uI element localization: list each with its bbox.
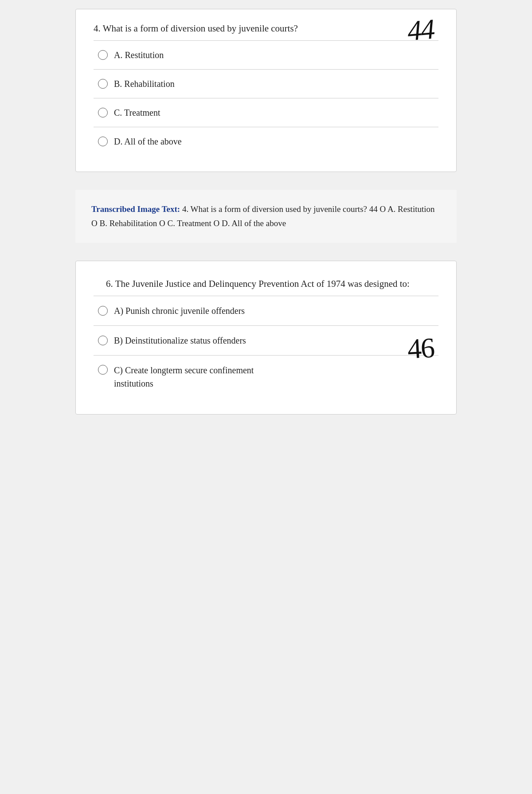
question-6-card: 6. The Juvenile Justice and Delinquency … <box>75 261 457 415</box>
option-6-c-row[interactable]: C) Create longterm secure confinement in… <box>94 356 438 398</box>
question-6-body: The Juvenile Justice and Delinquency Pre… <box>115 278 410 289</box>
option-4-c-row[interactable]: C. Treatment <box>94 98 438 127</box>
transcribed-text: Transcribed Image Text: 4. What is a for… <box>91 202 441 231</box>
transcribed-box: Transcribed Image Text: 4. What is a for… <box>75 190 457 243</box>
option-4-d-label: D. All of the above <box>114 135 182 148</box>
option-4-a-row[interactable]: A. Restitution <box>94 41 438 69</box>
option-4-b-label: B. Rehabilitation <box>114 78 175 90</box>
question-6-number: 6. <box>106 278 113 289</box>
transcribed-label: Transcribed Image Text: <box>91 204 180 214</box>
question-4-body: What is a form of diversion used by juve… <box>103 23 298 34</box>
option-4-d-row[interactable]: D. All of the above <box>94 127 438 156</box>
radio-6-a[interactable] <box>98 306 108 316</box>
option-6-a-label: A) Punish chronic juvenile offenders <box>114 304 245 317</box>
question-4-number: 4. <box>94 23 101 34</box>
handwritten-44: 44 <box>406 13 435 48</box>
option-6-c-label: C) Create longterm secure confinement in… <box>114 364 254 390</box>
radio-6-c[interactable] <box>98 365 108 375</box>
option-6-b-label: B) Deinstitutionalize status offenders <box>114 334 246 347</box>
radio-4-c[interactable] <box>98 108 108 117</box>
handwritten-46: 46 <box>407 332 435 366</box>
radio-4-d[interactable] <box>98 137 108 146</box>
question-4-card: 4. What is a form of diversion used by j… <box>75 9 457 172</box>
option-6-c-line1: C) Create longterm secure confinement <box>114 365 254 375</box>
option-6-c-line2: institutions <box>114 379 153 388</box>
question-6-text: 6. The Juvenile Justice and Delinquency … <box>94 277 438 291</box>
option-6-a-row[interactable]: A) Punish chronic juvenile offenders <box>94 296 438 325</box>
radio-4-a[interactable] <box>98 50 108 60</box>
question-4-text: 4. What is a form of diversion used by j… <box>94 22 438 36</box>
option-4-c-label: C. Treatment <box>114 106 160 119</box>
page-container: 4. What is a form of diversion used by j… <box>75 9 457 415</box>
option-4-a-label: A. Restitution <box>114 49 164 61</box>
option-6-b-row[interactable]: B) Deinstitutionalize status offenders <box>94 326 438 355</box>
option-4-b-row[interactable]: B. Rehabilitation <box>94 70 438 98</box>
radio-6-b[interactable] <box>98 336 108 345</box>
radio-4-b[interactable] <box>98 79 108 89</box>
